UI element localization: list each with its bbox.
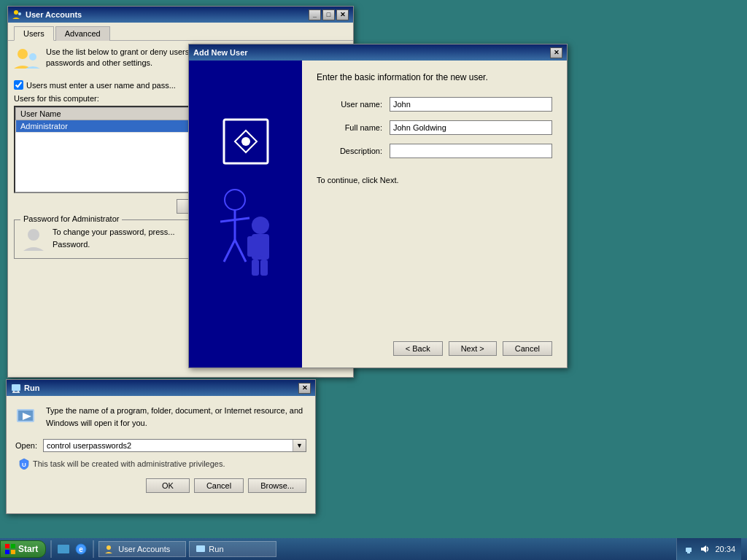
run-buttons: OK Cancel Browse... bbox=[15, 478, 306, 493]
run-window: Run ✕ Type the name of a program, folder… bbox=[6, 379, 316, 514]
taskbar: Start e User Accounts Run bbox=[0, 538, 747, 560]
maximize-button[interactable]: □ bbox=[322, 9, 335, 20]
add-user-dialog-buttons: < Back Next > Cancel bbox=[317, 327, 552, 356]
svg-rect-19 bbox=[260, 260, 268, 276]
add-user-title-controls: ✕ bbox=[550, 47, 562, 58]
users-icon bbox=[14, 47, 40, 73]
run-open-label: Open: bbox=[15, 441, 37, 450]
run-ok-button[interactable]: OK bbox=[146, 478, 190, 493]
run-title-icon bbox=[11, 383, 21, 393]
taskbar-user-accounts-icon bbox=[105, 544, 115, 554]
taskbar-right: 20:34 bbox=[676, 538, 747, 560]
user-accounts-title-icon bbox=[12, 9, 23, 20]
back-button[interactable]: < Back bbox=[393, 341, 443, 356]
run-window-icon bbox=[15, 405, 39, 428]
users-must-login-checkbox[interactable] bbox=[14, 80, 23, 90]
svg-rect-16 bbox=[247, 236, 256, 257]
add-user-content: Enter the basic information for the new … bbox=[189, 61, 567, 368]
run-content: Type the name of a program, folder, docu… bbox=[7, 396, 315, 502]
add-user-title-text: Add New User bbox=[193, 48, 248, 57]
minimize-button[interactable]: _ bbox=[309, 9, 321, 20]
svg-text:U: U bbox=[22, 462, 26, 468]
run-info: Type the name of a program, folder, docu… bbox=[15, 405, 306, 429]
add-user-close-button[interactable]: ✕ bbox=[550, 47, 562, 58]
svg-rect-32 bbox=[58, 545, 69, 553]
clock: 20:34 bbox=[715, 545, 735, 553]
taskbar-run-icon bbox=[196, 544, 206, 554]
start-label: Start bbox=[18, 544, 38, 554]
username-input[interactable] bbox=[390, 97, 552, 112]
tab-bar: Users Advanced bbox=[8, 23, 353, 41]
svg-rect-20 bbox=[12, 384, 20, 391]
fullname-label: Full name: bbox=[317, 123, 382, 132]
username-label: User name: bbox=[317, 100, 382, 109]
add-new-user-window: Add New User ✕ bbox=[188, 44, 568, 368]
svg-rect-30 bbox=[5, 550, 9, 554]
run-open-row: Open: ▼ bbox=[15, 439, 306, 452]
add-user-illustration bbox=[195, 105, 297, 324]
run-dropdown-button[interactable]: ▼ bbox=[293, 440, 306, 451]
close-button[interactable]: ✕ bbox=[336, 9, 349, 20]
svg-point-14 bbox=[252, 217, 269, 234]
user-accounts-title-bar: User Accounts _ □ ✕ bbox=[8, 7, 353, 23]
taskbar-quick-divider bbox=[93, 540, 94, 558]
windows-logo-icon bbox=[5, 544, 15, 554]
svg-rect-29 bbox=[11, 544, 15, 548]
add-user-title-text-group: Add New User bbox=[193, 48, 248, 57]
volume-icon[interactable] bbox=[699, 543, 711, 555]
add-user-cancel-button[interactable]: Cancel bbox=[503, 341, 552, 356]
svg-point-0 bbox=[14, 10, 18, 15]
taskbar-run-label: Run bbox=[209, 545, 223, 553]
tab-users[interactable]: Users bbox=[14, 26, 54, 41]
description-input[interactable] bbox=[390, 144, 552, 158]
admin-note-text: This task will be created with administr… bbox=[33, 459, 225, 468]
svg-rect-36 bbox=[196, 545, 205, 552]
admin-note: U This task will be created with adminis… bbox=[15, 458, 306, 470]
run-title-text: Run bbox=[24, 384, 39, 392]
svg-point-3 bbox=[29, 53, 36, 61]
run-input-combo: ▼ bbox=[43, 439, 306, 452]
show-desktop-icon[interactable] bbox=[56, 542, 71, 556]
run-close-button[interactable]: ✕ bbox=[298, 383, 311, 394]
svg-rect-28 bbox=[5, 544, 9, 548]
run-input[interactable] bbox=[44, 440, 293, 451]
run-title-bar: Run ✕ bbox=[7, 380, 315, 396]
title-bar-controls: _ □ ✕ bbox=[309, 9, 349, 20]
taskbar-divider bbox=[50, 540, 52, 558]
run-cancel-button[interactable]: Cancel bbox=[194, 478, 244, 493]
password-user-icon bbox=[20, 226, 47, 252]
ie-icon[interactable]: e bbox=[74, 542, 88, 556]
svg-point-4 bbox=[28, 229, 39, 241]
run-title-text-group: Run bbox=[11, 383, 39, 393]
system-tray: 20:34 bbox=[676, 538, 741, 560]
svg-point-2 bbox=[18, 49, 28, 59]
continue-text: To continue, click Next. bbox=[317, 176, 552, 184]
title-bar-text-group: User Accounts bbox=[12, 9, 82, 20]
taskbar-run-button[interactable]: Run bbox=[189, 541, 276, 557]
start-button[interactable]: Start bbox=[0, 540, 46, 558]
svg-point-8 bbox=[241, 137, 250, 146]
svg-point-35 bbox=[107, 545, 111, 550]
svg-rect-18 bbox=[252, 260, 259, 276]
run-info-text: Type the name of a program, folder, docu… bbox=[46, 405, 306, 429]
tab-advanced[interactable]: Advanced bbox=[55, 26, 110, 41]
run-title-controls: ✕ bbox=[298, 383, 311, 394]
taskbar-user-accounts-button[interactable]: User Accounts bbox=[98, 541, 186, 557]
svg-marker-39 bbox=[701, 545, 706, 553]
add-user-intro: Enter the basic information for the new … bbox=[317, 72, 552, 82]
fullname-row: Full name: bbox=[317, 120, 552, 135]
checkbox-label: Users must enter a user name and pass... bbox=[26, 81, 176, 90]
svg-rect-17 bbox=[260, 236, 269, 257]
add-user-form: Enter the basic information for the new … bbox=[302, 61, 567, 368]
run-browse-button[interactable]: Browse... bbox=[248, 478, 306, 493]
description-row: Description: bbox=[317, 144, 552, 158]
svg-point-1 bbox=[18, 12, 21, 15]
taskbar-user-accounts-label: User Accounts bbox=[118, 545, 170, 553]
add-user-title-bar: Add New User ✕ bbox=[189, 44, 567, 61]
username-row: User name: bbox=[317, 97, 552, 112]
user-accounts-title-text: User Accounts bbox=[26, 10, 82, 19]
quick-launch: e bbox=[53, 542, 91, 556]
next-button[interactable]: Next > bbox=[449, 341, 497, 356]
fullname-input[interactable] bbox=[390, 120, 552, 135]
description-label: Description: bbox=[317, 147, 382, 155]
